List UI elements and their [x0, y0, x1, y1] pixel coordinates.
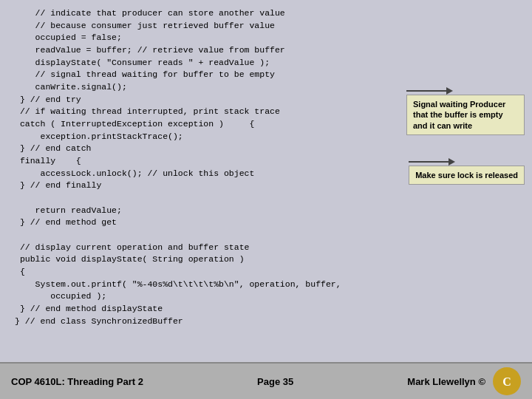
arrow1-shaft	[406, 90, 447, 92]
footer-right-group: Mark Llewellyn © C	[407, 367, 521, 395]
code-line: // signal thread waiting for buffer to b…	[15, 69, 517, 81]
code-line: System.out.printf( "%-40s%d\t\t\t\t%b\n"…	[15, 279, 517, 291]
code-line: } // end method get	[15, 216, 517, 229]
code-line: } // end method displayState	[15, 303, 517, 316]
footer-center: Page 35	[257, 376, 293, 387]
code-line	[15, 229, 517, 242]
arrow2-shaft	[409, 161, 449, 163]
footer: COP 4610L: Threading Part 2 Page 35 Mark…	[0, 362, 532, 399]
code-line: displayState( "Consumer reads " + readVa…	[15, 57, 517, 69]
code-line: {	[15, 266, 517, 279]
code-line: readValue = buffer; // retrieve value fr…	[15, 44, 517, 57]
code-line: // indicate that producer can store anot…	[15, 7, 517, 20]
footer-left: COP 4610L: Threading Part 2	[11, 376, 143, 387]
code-line: occupied = false;	[15, 32, 517, 44]
code-line: } // end class SynchronizedBuffer	[15, 316, 517, 328]
main-content: // indicate that producer can store anot…	[0, 0, 532, 362]
code-line: public void displayState( String operati…	[15, 253, 517, 266]
annotation1-box: Signal waiting Producer that the buffer …	[406, 95, 525, 135]
footer-right: Mark Llewellyn ©	[407, 376, 485, 387]
code-line: } // end catch	[15, 143, 517, 155]
code-line: // display current operation and buffer …	[15, 242, 517, 254]
arrow2-head	[449, 158, 455, 166]
footer-logo: C	[493, 367, 521, 395]
code-line	[15, 192, 517, 205]
code-line: // because consumer just retrieved buffe…	[15, 20, 517, 33]
annotation2: Make sure lock is released	[409, 158, 525, 185]
annotation2-box: Make sure lock is released	[409, 166, 525, 185]
annotation2-text: Make sure lock is released	[415, 171, 518, 180]
logo-svg: C	[495, 369, 519, 393]
code-line: occupied );	[15, 290, 517, 303]
svg-text:C: C	[502, 375, 511, 388]
code-line: return readValue;	[15, 205, 517, 217]
arrow1-head	[446, 87, 453, 95]
annotation1: Signal waiting Producer that the buffer …	[406, 87, 525, 135]
annotation1-text: Signal waiting Producer that the buffer …	[413, 100, 505, 130]
